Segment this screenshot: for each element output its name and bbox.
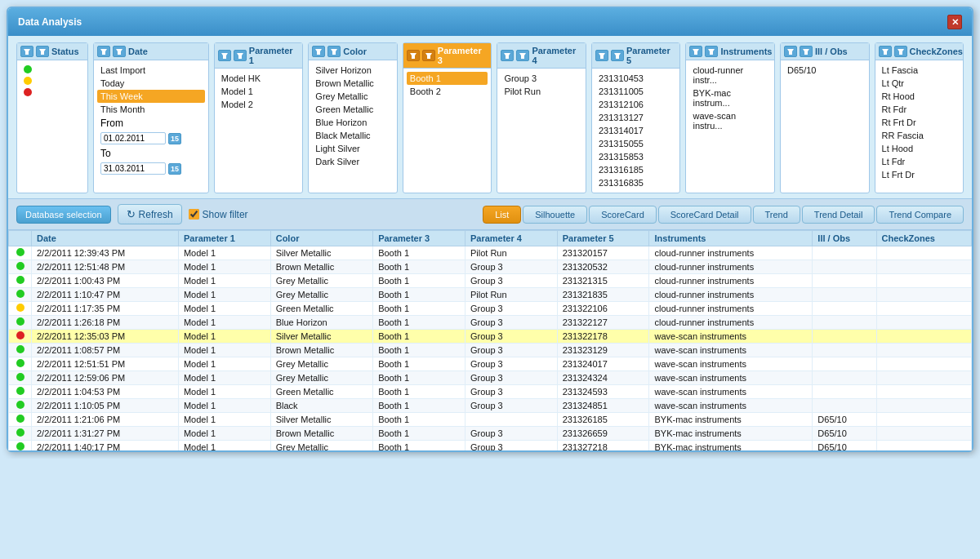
- color-item-silver-horizon[interactable]: Silver Horizon: [312, 64, 394, 77]
- refresh-button[interactable]: ↻ Refresh: [118, 204, 182, 224]
- table-row[interactable]: 2/2/2011 1:26:18 PM Model 1 Blue Horizon…: [9, 316, 972, 330]
- tab-scorecard[interactable]: ScoreCard: [589, 206, 657, 224]
- color-item-dark-silver[interactable]: Dark Silver: [312, 155, 394, 168]
- date-item-this-month[interactable]: This Month: [97, 103, 205, 116]
- checkzones-item-9[interactable]: Lt Frt Dr: [879, 168, 960, 181]
- status-filter-icon2[interactable]: [36, 46, 49, 57]
- color-item-blue-horizon[interactable]: Blue Horizon: [312, 116, 394, 129]
- table-row[interactable]: 2/2/2011 1:08:57 PM Model 1 Brown Metall…: [9, 344, 972, 357]
- param3-filter-icon2[interactable]: [422, 50, 435, 61]
- table-scroll[interactable]: Date Parameter 1 Color Parameter 3 Param…: [8, 230, 972, 450]
- table-row[interactable]: 2/2/2011 1:00:43 PM Model 1 Grey Metalli…: [9, 274, 972, 288]
- tab-trend[interactable]: Trend: [753, 206, 800, 224]
- table-row[interactable]: 2/2/2011 12:39:43 PM Model 1 Silver Meta…: [9, 246, 972, 260]
- table-row[interactable]: 2/2/2011 1:17:35 PM Model 1 Green Metall…: [9, 302, 972, 316]
- date-from-calendar-icon[interactable]: 15: [168, 133, 181, 144]
- date-item-today[interactable]: Today: [97, 77, 205, 90]
- status-item-green[interactable]: [20, 64, 84, 75]
- param3-filter-icon1[interactable]: [407, 50, 420, 61]
- checkzones-item-7[interactable]: Lt Hood: [879, 142, 960, 155]
- table-row[interactable]: 2/2/2011 1:04:53 PM Model 1 Green Metall…: [9, 385, 972, 399]
- param1-item-model-2[interactable]: Model 2: [218, 98, 300, 111]
- param5-item-4[interactable]: 231313127: [595, 111, 677, 124]
- table-row[interactable]: 2/2/2011 1:10:47 PM Model 1 Grey Metalli…: [9, 288, 972, 302]
- close-button[interactable]: ✕: [947, 15, 962, 29]
- color-filter-icon2[interactable]: [327, 46, 341, 57]
- table-row[interactable]: 2/2/2011 12:51:51 PM Model 1 Grey Metall…: [9, 357, 972, 371]
- param1-item-model-hk[interactable]: Model HK: [218, 72, 300, 85]
- table-row[interactable]: 2/2/2011 12:51:48 PM Model 1 Brown Metal…: [9, 260, 972, 274]
- param5-item-1[interactable]: 231310453: [595, 72, 677, 85]
- tab-silhouette[interactable]: Silhouette: [523, 206, 587, 224]
- show-filter-toggle[interactable]: Show filter: [189, 209, 248, 220]
- instruments-item-2[interactable]: BYK-mac instrum...: [689, 87, 771, 109]
- checkzones-item-2[interactable]: Lt Qtr: [879, 77, 960, 90]
- tab-trend-compare[interactable]: Trend Compare: [876, 206, 964, 224]
- table-row[interactable]: 2/2/2011 1:21:06 PM Model 1 Silver Metal…: [9, 413, 972, 427]
- ill-obs-filter-icon1[interactable]: [784, 46, 797, 57]
- row-param4: Group 3: [465, 371, 557, 385]
- color-item-light-silver[interactable]: Light Silver: [312, 142, 394, 155]
- color-item-black-metallic[interactable]: Black Metallic: [312, 129, 394, 142]
- date-filter-icon1[interactable]: [97, 46, 110, 57]
- status-item-yellow[interactable]: [20, 75, 84, 87]
- tab-list[interactable]: List: [483, 206, 521, 224]
- color-item-grey-metallic[interactable]: Grey Metallic: [312, 90, 394, 103]
- param5-item-5[interactable]: 231314017: [595, 124, 677, 137]
- date-from-input[interactable]: [100, 132, 166, 144]
- date-item-last-import[interactable]: Last Import: [97, 64, 205, 77]
- instruments-item-1[interactable]: cloud-runner instr...: [689, 64, 771, 87]
- table-row[interactable]: 2/2/2011 12:35:03 PM Model 1 Silver Meta…: [9, 330, 972, 344]
- param4-filter-icon1[interactable]: [501, 50, 514, 61]
- param5-filter-icon2[interactable]: [611, 50, 624, 61]
- param5-item-8[interactable]: 231316185: [595, 163, 677, 176]
- param5-item-6[interactable]: 231315055: [595, 137, 677, 150]
- ill-obs-filter-icon2[interactable]: [800, 46, 813, 57]
- tab-scorecard-detail[interactable]: ScoreCard Detail: [658, 206, 751, 224]
- param5-filter-icon1[interactable]: [595, 50, 608, 61]
- row-param1: Model 1: [178, 441, 270, 451]
- param5-item-7[interactable]: 231315853: [595, 150, 677, 163]
- checkzones-item-1[interactable]: Lt Fascia: [879, 64, 960, 77]
- param4-item-group3[interactable]: Group 3: [501, 72, 582, 85]
- checkzones-item-6[interactable]: RR Fascia: [879, 129, 960, 142]
- table-row[interactable]: 2/2/2011 1:40:17 PM Model 1 Grey Metalli…: [9, 441, 972, 451]
- checkzones-item-5[interactable]: Rt Frt Dr: [879, 116, 960, 129]
- checkzones-filter-icon2[interactable]: [894, 46, 907, 57]
- checkzones-item-4[interactable]: Rt Fdr: [879, 103, 960, 116]
- param5-item-3[interactable]: 231312106: [595, 98, 677, 111]
- date-filter-icon2[interactable]: [113, 46, 126, 57]
- instruments-item-3[interactable]: wave-scan instru...: [689, 109, 771, 132]
- color-item-green-metallic[interactable]: Green Metallic: [312, 103, 394, 116]
- param1-item-model-1[interactable]: Model 1: [218, 85, 300, 98]
- date-to-calendar-icon[interactable]: 15: [168, 163, 181, 175]
- show-filter-checkbox[interactable]: [189, 209, 199, 220]
- instruments-filter-icon1[interactable]: [689, 46, 702, 57]
- color-filter-icon1[interactable]: [312, 46, 325, 57]
- table-row[interactable]: 2/2/2011 1:31:27 PM Model 1 Brown Metall…: [9, 427, 972, 441]
- row-checkzones: [876, 385, 971, 399]
- param1-filter-icon1[interactable]: [218, 50, 231, 61]
- checkzones-item-8[interactable]: Lt Fdr: [879, 155, 960, 168]
- instruments-filter-icon2[interactable]: [705, 46, 718, 57]
- table-row[interactable]: 2/2/2011 1:10:05 PM Model 1 Black Booth …: [9, 399, 972, 413]
- param1-filter-icon2[interactable]: [234, 50, 247, 61]
- param5-item-9[interactable]: 231316835: [595, 176, 677, 189]
- param4-filter-icon2[interactable]: [516, 50, 529, 61]
- date-item-this-week[interactable]: This Week: [97, 90, 205, 103]
- status-item-red[interactable]: [20, 87, 84, 98]
- color-item-brown-metallic[interactable]: Brown Metallic: [312, 77, 394, 90]
- date-to-input[interactable]: [100, 162, 166, 175]
- checkzones-filter-icon1[interactable]: [879, 46, 892, 57]
- param3-item-booth2[interactable]: Booth 2: [407, 85, 488, 98]
- checkzones-item-3[interactable]: Rt Hood: [879, 90, 960, 103]
- param3-item-booth1[interactable]: Booth 1: [407, 72, 488, 85]
- ill-obs-item-1[interactable]: D65/10: [784, 64, 866, 77]
- database-selection-button[interactable]: Database selection: [16, 206, 111, 224]
- param4-item-pilot-run[interactable]: Pilot Run: [501, 85, 582, 98]
- table-row[interactable]: 2/2/2011 12:59:06 PM Model 1 Grey Metall…: [9, 371, 972, 385]
- param5-item-2[interactable]: 231311005: [595, 85, 677, 98]
- status-filter-icon1[interactable]: [20, 46, 33, 57]
- tab-trend-detail[interactable]: Trend Detail: [802, 206, 875, 224]
- toolbar: Database selection ↻ Refresh Show filter…: [8, 199, 972, 230]
